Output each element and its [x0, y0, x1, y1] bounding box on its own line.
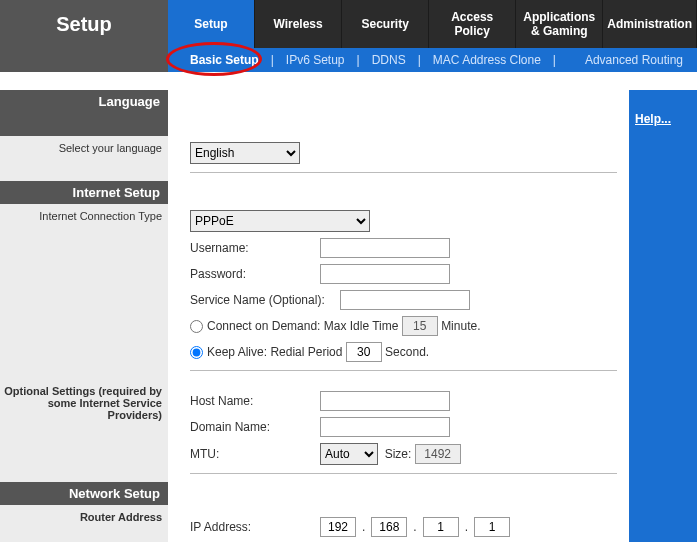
- label-service-name: Service Name (Optional):: [190, 293, 340, 307]
- username-input[interactable]: [320, 238, 450, 258]
- section-network-setup: Network Setup: [0, 482, 168, 505]
- language-select[interactable]: English: [190, 142, 300, 164]
- section-language: Language: [0, 90, 168, 136]
- service-name-input[interactable]: [340, 290, 470, 310]
- tab-security[interactable]: Security: [342, 0, 429, 48]
- keep-alive-radio[interactable]: [190, 346, 203, 359]
- label-password: Password:: [190, 267, 320, 281]
- sub-nav: Basic Setup | IPv6 Setup | DDNS | MAC Ad…: [168, 48, 697, 72]
- tab-administration[interactable]: Administration: [603, 0, 697, 48]
- tab-wireless[interactable]: Wireless: [255, 0, 342, 48]
- main-tabs: Setup Wireless Security Access Policy Ap…: [168, 0, 697, 48]
- ip-octet-4[interactable]: [474, 517, 510, 537]
- label-ip-address: IP Address:: [190, 520, 320, 534]
- ip-octet-1[interactable]: [320, 517, 356, 537]
- subnav-advanced-routing[interactable]: Advanced Routing: [577, 53, 697, 67]
- label-optional-settings: Optional Settings (required by some Inte…: [0, 379, 168, 482]
- subnav-basic-setup[interactable]: Basic Setup: [182, 53, 267, 67]
- page-title: Setup: [0, 0, 168, 48]
- label-second: Second.: [385, 345, 429, 359]
- mtu-mode-select[interactable]: Auto: [320, 443, 378, 465]
- tab-applications-gaming[interactable]: Applications & Gaming: [516, 0, 603, 48]
- redial-period-input[interactable]: [346, 342, 382, 362]
- subnav-ddns[interactable]: DDNS: [364, 53, 414, 67]
- label-username: Username:: [190, 241, 320, 255]
- tab-setup[interactable]: Setup: [168, 0, 255, 48]
- help-link[interactable]: Help...: [635, 112, 671, 126]
- label-mtu: MTU:: [190, 447, 320, 461]
- subnav-ipv6[interactable]: IPv6 Setup: [278, 53, 353, 67]
- label-connection-type: Internet Connection Type: [0, 204, 168, 379]
- subnav-spacer: [0, 48, 168, 72]
- label-host-name: Host Name:: [190, 394, 320, 408]
- label-keep-alive: Keep Alive: Redial Period: [207, 345, 342, 359]
- ip-octet-3[interactable]: [423, 517, 459, 537]
- password-input[interactable]: [320, 264, 450, 284]
- subnav-mac-clone[interactable]: MAC Address Clone: [425, 53, 549, 67]
- label-mtu-size: Size:: [385, 447, 412, 461]
- mtu-size-input[interactable]: [415, 444, 461, 464]
- tab-access-policy[interactable]: Access Policy: [429, 0, 516, 48]
- help-panel: Help...: [629, 90, 697, 136]
- label-minute: Minute.: [441, 319, 480, 333]
- label-router-address: Router Address: [0, 505, 168, 542]
- connection-type-select[interactable]: PPPoE: [190, 210, 370, 232]
- max-idle-time-input[interactable]: [402, 316, 438, 336]
- host-name-input[interactable]: [320, 391, 450, 411]
- connect-on-demand-radio[interactable]: [190, 320, 203, 333]
- label-connect-on-demand: Connect on Demand: Max Idle Time: [207, 319, 398, 333]
- ip-octet-2[interactable]: [371, 517, 407, 537]
- section-internet-setup: Internet Setup: [0, 181, 168, 204]
- label-select-language: Select your language: [0, 136, 168, 181]
- domain-name-input[interactable]: [320, 417, 450, 437]
- label-domain-name: Domain Name:: [190, 420, 320, 434]
